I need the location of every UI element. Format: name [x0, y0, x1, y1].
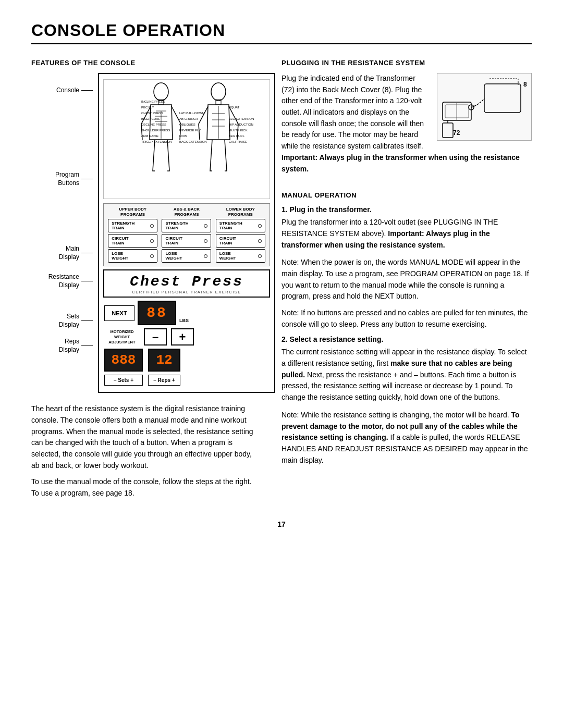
svg-text:LAT PULL-DOWN: LAT PULL-DOWN [179, 112, 204, 115]
sets-display: 888 [104, 349, 143, 372]
upper-body-buttons: STRENGTHTRAIN CIRCUITTRAIN LOSEWEIGHT [108, 219, 157, 263]
console-diagram-wrapper: Console ProgramButtons MainDisplay [31, 73, 261, 393]
svg-rect-32 [484, 84, 521, 113]
svg-text:REVERSE FLY: REVERSE FLY [179, 129, 201, 132]
lbs-label: LBS [179, 318, 189, 323]
dot-7 [258, 224, 262, 228]
dot-4 [204, 224, 207, 228]
strength-train-btn-3[interactable]: STRENGTHTRAIN [216, 219, 265, 232]
resistance-display-label: ResistanceDisplay [48, 273, 93, 289]
svg-text:BACK EXTENSION: BACK EXTENSION [179, 140, 207, 143]
weight-adjustment-row: MOTORIZEDWEIGHT ADJUSTMENT – + [103, 328, 270, 346]
svg-text:CALF RAISE: CALF RAISE [229, 140, 247, 143]
svg-text:SQUAT: SQUAT [229, 106, 240, 109]
svg-text:CHEST PRESS: CHEST PRESS [141, 112, 163, 115]
note-3: Note: While the resistance setting is ch… [282, 410, 532, 466]
svg-text:PEC FLY: PEC FLY [141, 106, 154, 109]
left-para-2: To use the manual mode of the console, f… [31, 476, 261, 499]
console-line [81, 90, 93, 91]
reps-display-line [81, 346, 93, 346]
svg-point-0 [154, 83, 168, 101]
sets-buttons[interactable]: – Sets + [104, 375, 143, 386]
sets-reps-row: 888 12 [103, 349, 270, 372]
dot-6 [204, 254, 207, 258]
program-buttons-line [81, 179, 93, 179]
resistance-display-line [81, 281, 93, 281]
transformer-image: 72 8 [437, 73, 532, 141]
dot-2 [150, 239, 154, 243]
lose-weight-btn-2[interactable]: LOSEWEIGHT [162, 249, 211, 263]
reps-buttons[interactable]: – Reps + [148, 375, 180, 386]
plugging-section: Plugging in the Resistance System [282, 59, 532, 180]
step2-text: The current resistance setting will appe… [282, 347, 532, 403]
svg-text:HIP ADDUCTION: HIP ADDUCTION [229, 123, 253, 126]
step1-title: 1. Plug in the transformer. [282, 205, 532, 214]
main-columns: Features of the Console Console ProgramB… [31, 59, 532, 504]
strength-train-btn-1[interactable]: STRENGTHTRAIN [108, 219, 157, 232]
minus-button[interactable]: – [144, 328, 167, 346]
reps-display: 12 [148, 349, 180, 372]
certified-text: Certified Personal Trainer Exercise [109, 290, 264, 294]
sets-reps-buttons: – Sets + – Reps + [103, 374, 270, 386]
body-figures-svg: INCLINE PRESS PEC FLY CHEST PRESS BICEP … [104, 80, 270, 199]
svg-text:SHOULDER PRESS: SHOULDER PRESS [141, 129, 170, 132]
upper-body-header: Upper Body Programs [108, 207, 157, 217]
circuit-train-btn-2[interactable]: CIRCUITTRAIN [162, 234, 211, 248]
circuit-train-btn-3[interactable]: CIRCUITTRAIN [216, 234, 265, 248]
step-2: 2. Select a resistance setting. The curr… [282, 335, 532, 403]
manual-heading: Manual Operation [282, 191, 532, 199]
step1-text: Plug the transformer into a 120-volt out… [282, 217, 532, 251]
console-label: Console [56, 87, 93, 95]
program-buttons-label: ProgramButtons [55, 171, 93, 187]
lose-weight-btn-1[interactable]: LOSEWEIGHT [108, 249, 157, 263]
note-2: Note: If no buttons are pressed and no c… [282, 307, 532, 330]
svg-text:INCLINE PRESS: INCLINE PRESS [141, 100, 165, 103]
figure-front [141, 83, 181, 171]
circuit-train-btn-1[interactable]: CIRCUITTRAIN [108, 234, 157, 248]
button-rows: STRENGTHTRAIN CIRCUITTRAIN LOSEWEIGHT [106, 219, 267, 263]
abs-back-buttons: STRENGTHTRAIN CIRCUITTRAIN LOSEWEIGHT [162, 219, 211, 263]
resistance-display: 88 [138, 301, 176, 325]
resistance-row: NEXT 88 LBS [103, 301, 270, 325]
svg-text:TRICEP EXTENSION: TRICEP EXTENSION [141, 140, 172, 143]
dot-8 [258, 239, 262, 243]
svg-text:BICEP CURL: BICEP CURL [141, 117, 161, 120]
left-column: Features of the Console Console ProgramB… [31, 59, 261, 504]
next-button[interactable]: NEXT [104, 305, 134, 321]
plus-button[interactable]: + [171, 328, 194, 346]
console-box: INCLINE PRESS PEC FLY CHEST PRESS BICEP … [98, 73, 275, 393]
svg-point-6 [211, 83, 226, 101]
left-para-1: The heart of the resistance system is th… [31, 403, 261, 471]
sets-display-line [81, 320, 93, 321]
svg-text:GLUTE KICK: GLUTE KICK [229, 129, 248, 132]
plugging-bold: Important: Always plug in the transforme… [282, 153, 520, 173]
dot-1 [150, 224, 154, 228]
left-section-heading: Features of the Console [31, 59, 261, 67]
step2-title: 2. Select a resistance setting. [282, 335, 532, 343]
main-display-line [81, 253, 93, 253]
manual-operation-section: Manual Operation 1. Plug in the transfor… [282, 191, 532, 466]
svg-rect-34 [445, 105, 469, 118]
right-column: Plugging in the Resistance System [282, 59, 532, 477]
lose-weight-btn-3[interactable]: LOSEWEIGHT [216, 249, 265, 263]
step-1: 1. Plug in the transformer. Plug the tra… [282, 205, 532, 251]
svg-text:OBLIQUES: OBLIQUES [179, 123, 195, 126]
svg-text:AB CRUNCH: AB CRUNCH [179, 117, 198, 120]
svg-text:LEG EXTENSION: LEG EXTENSION [229, 117, 254, 120]
transformer-svg: 72 8 [437, 73, 532, 141]
dot-9 [258, 254, 262, 258]
main-display-text: Chest Press [109, 274, 264, 290]
strength-train-btn-2[interactable]: STRENGTHTRAIN [162, 219, 211, 232]
body-figures-area: INCLINE PRESS PEC FLY CHEST PRESS BICEP … [103, 79, 270, 199]
svg-text:8: 8 [523, 81, 527, 88]
svg-text:DECLINE PRESS: DECLINE PRESS [141, 123, 166, 126]
plugging-heading: Plugging in the Resistance System [282, 59, 532, 67]
svg-text:ROW: ROW [179, 134, 187, 138]
page-container: Console Operation Features of the Consol… [0, 0, 563, 560]
dot-5 [204, 239, 207, 243]
sets-display-label: SetsDisplay [59, 313, 93, 329]
figure-back [199, 83, 238, 171]
program-buttons-section: Upper Body Programs Abs & Back Programs … [103, 203, 270, 266]
page-number: 17 [31, 520, 532, 528]
svg-rect-37 [443, 123, 453, 138]
